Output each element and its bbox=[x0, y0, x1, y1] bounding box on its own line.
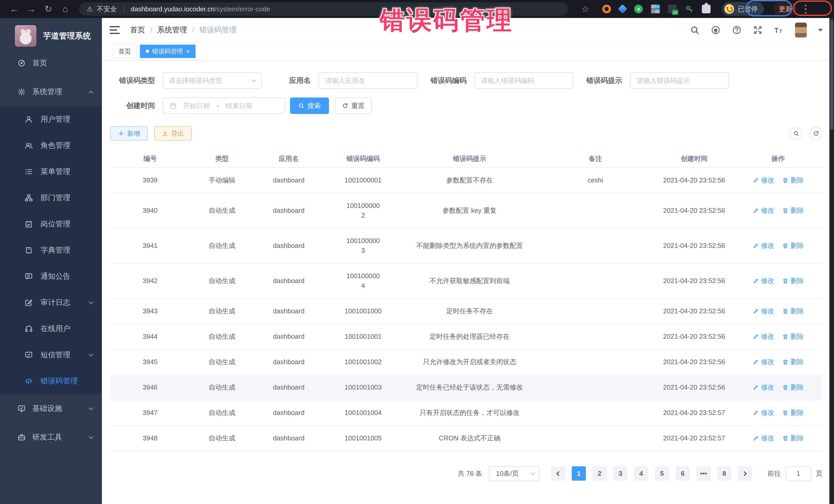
extension-blue-gem-icon[interactable] bbox=[618, 4, 628, 14]
sidebar-item-system[interactable]: 系统管理 bbox=[0, 78, 102, 106]
toggle-search-button[interactable] bbox=[790, 127, 803, 140]
browser-profile-chip[interactable]: 已暂停 bbox=[722, 2, 764, 16]
edit-link[interactable]: 修改 bbox=[753, 276, 774, 286]
sidebar-item-audit[interactable]: 审计日志 bbox=[0, 289, 102, 316]
page-number-button[interactable]: 8 bbox=[717, 466, 731, 481]
sidebar-item-home[interactable]: 首页 bbox=[0, 49, 102, 78]
delete-link[interactable]: 删除 bbox=[782, 434, 804, 443]
browser-update-button[interactable]: 更新 bbox=[774, 3, 797, 15]
error-hint-input[interactable] bbox=[636, 76, 723, 85]
browser-back-icon[interactable]: ← bbox=[8, 4, 21, 14]
prev-page-button[interactable] bbox=[551, 466, 565, 481]
browser-menu-icon[interactable] bbox=[805, 5, 807, 14]
refresh-table-button[interactable] bbox=[810, 127, 822, 140]
delete-link[interactable]: 删除 bbox=[782, 332, 804, 342]
cell-code: 1001000002 bbox=[323, 193, 403, 228]
edit-link[interactable]: 修改 bbox=[753, 306, 774, 316]
search-button[interactable]: 搜索 bbox=[290, 97, 329, 114]
page-number-button[interactable]: 6 bbox=[676, 466, 690, 481]
profile-status-label: 已暂停 bbox=[738, 5, 758, 14]
sidebar-item-dept[interactable]: 部门管理 bbox=[0, 185, 102, 211]
page-number-button[interactable]: 2 bbox=[593, 466, 607, 481]
app-title: 芋道管理系统 bbox=[43, 30, 91, 41]
sidebar-item-user[interactable]: 用户管理 bbox=[0, 106, 102, 132]
filter-row-1: 错误码类型 请选择错误码类型 应用名 错误码编码 bbox=[110, 72, 822, 89]
extension-switch-icon[interactable]: on bbox=[668, 5, 677, 13]
browser-home-icon[interactable]: ⌂ bbox=[59, 4, 72, 14]
sidebar-item-sms[interactable]: 短信管理 bbox=[0, 342, 102, 368]
edit-link[interactable]: 修改 bbox=[753, 176, 774, 185]
extension-orange-ring-icon[interactable] bbox=[602, 5, 611, 13]
edit-link[interactable]: 修改 bbox=[753, 382, 774, 392]
close-icon[interactable]: × bbox=[186, 48, 190, 54]
sidebar-item-notice[interactable]: 通知公告 bbox=[0, 263, 102, 289]
page-scrollbar[interactable] bbox=[829, 18, 834, 504]
sidebar-item-post[interactable]: 岗位管理 bbox=[0, 211, 102, 237]
bookmark-star-icon[interactable]: ☆ bbox=[579, 4, 592, 14]
edit-link[interactable]: 修改 bbox=[753, 241, 774, 251]
sidebar-item-devtools[interactable]: 研发工具 bbox=[0, 423, 102, 452]
reset-button[interactable]: 重置 bbox=[335, 97, 372, 114]
delete-link[interactable]: 删除 bbox=[782, 306, 804, 316]
search-icon[interactable] bbox=[690, 25, 700, 35]
page-number-button[interactable]: ••• bbox=[697, 466, 710, 481]
extension-key-icon[interactable] bbox=[685, 5, 694, 13]
delete-link[interactable]: 删除 bbox=[782, 382, 804, 392]
tab-home[interactable]: 首页 bbox=[113, 45, 137, 58]
page-number-button[interactable]: 3 bbox=[613, 466, 628, 481]
calendar-icon bbox=[169, 102, 177, 109]
delete-link[interactable]: 删除 bbox=[782, 357, 804, 367]
delete-link[interactable]: 删除 bbox=[782, 408, 804, 418]
sidebar-item-online[interactable]: 在线用户 bbox=[0, 316, 102, 342]
delete-link[interactable]: 删除 bbox=[782, 276, 804, 286]
delete-link[interactable]: 删除 bbox=[782, 241, 804, 251]
next-page-button[interactable] bbox=[738, 466, 752, 481]
edit-link[interactable]: 修改 bbox=[753, 434, 774, 443]
error-type-select[interactable]: 请选择错误码类型 bbox=[163, 72, 262, 89]
sidebar-item-menu[interactable]: 菜单管理 bbox=[0, 159, 102, 185]
col-header-app: 应用名 bbox=[254, 150, 323, 167]
extensions-puzzle-icon[interactable] bbox=[702, 5, 710, 13]
page-number-button[interactable]: 4 bbox=[634, 466, 648, 481]
edit-link[interactable]: 修改 bbox=[753, 357, 774, 367]
pencil-icon bbox=[753, 308, 759, 314]
sidebar-item-role[interactable]: 角色管理 bbox=[0, 132, 102, 159]
error-code-input[interactable] bbox=[480, 76, 567, 85]
breadcrumb-home[interactable]: 首页 bbox=[130, 25, 145, 35]
help-icon[interactable] bbox=[732, 25, 742, 35]
browser-forward-icon[interactable]: → bbox=[25, 4, 38, 14]
user-avatar[interactable] bbox=[795, 23, 807, 38]
goto-page-input[interactable] bbox=[786, 466, 811, 481]
breadcrumb-system[interactable]: 系统管理 bbox=[157, 25, 187, 35]
delete-link[interactable]: 删除 bbox=[782, 206, 804, 216]
extension-tiles-icon[interactable] bbox=[651, 5, 660, 13]
sidebar-item-infra[interactable]: 基础设施 bbox=[0, 394, 102, 423]
page-size-select[interactable]: 10条/页 bbox=[489, 466, 540, 481]
sidebar-item-error-code[interactable]: 错误码管理 bbox=[0, 368, 102, 394]
scrollbar-thumb[interactable] bbox=[830, 20, 833, 130]
export-button[interactable]: 导出 bbox=[154, 126, 192, 140]
fullscreen-icon[interactable] bbox=[753, 25, 763, 35]
browser-reload-icon[interactable]: ↻ bbox=[42, 4, 55, 14]
hamburger-icon[interactable] bbox=[110, 26, 120, 34]
avatar-dropdown-caret-icon[interactable] bbox=[818, 29, 823, 31]
app-name-input[interactable] bbox=[325, 76, 411, 85]
extension-green-icon[interactable]: v bbox=[634, 5, 643, 13]
github-icon[interactable] bbox=[711, 25, 721, 35]
table-row: 3944 自动生成 dashboard 1001001001 定时任务的处理器已… bbox=[110, 324, 822, 350]
page-number-button[interactable]: 1 bbox=[572, 466, 586, 481]
font-size-icon[interactable] bbox=[774, 25, 784, 35]
sidebar-logo[interactable]: 芋道管理系统 bbox=[0, 18, 102, 49]
tab-error-code[interactable]: 错误码管理 × bbox=[140, 45, 196, 58]
col-header-ops: 操作 bbox=[734, 150, 822, 167]
delete-link[interactable]: 删除 bbox=[782, 176, 804, 185]
table-row: 3948 自动生成 dashboard 1001001005 CRON 表达式不… bbox=[110, 426, 822, 451]
edit-link[interactable]: 修改 bbox=[753, 408, 774, 418]
add-button[interactable]: 新增 bbox=[110, 126, 148, 140]
sidebar-item-dict[interactable]: 字典管理 bbox=[0, 237, 102, 263]
edit-link[interactable]: 修改 bbox=[753, 206, 774, 216]
browser-address-bar[interactable]: ⚠ 不安全 dashboard.yudao.iocoder.cn/system/… bbox=[79, 2, 568, 16]
date-range-picker[interactable]: 开始日期 - 结束日期 bbox=[163, 97, 285, 114]
edit-link[interactable]: 修改 bbox=[753, 332, 774, 342]
page-number-button[interactable]: 5 bbox=[655, 466, 669, 481]
